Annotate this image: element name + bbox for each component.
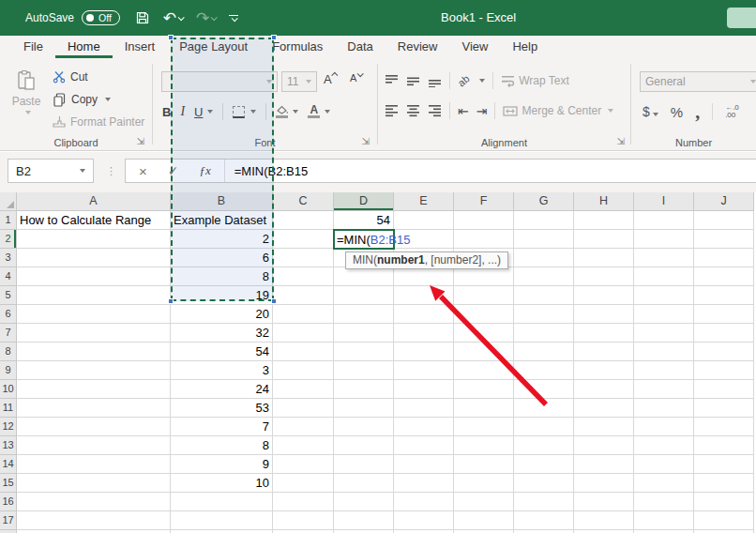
cell-B10[interactable]: 24 bbox=[171, 380, 273, 399]
selection-handle[interactable] bbox=[168, 35, 174, 40]
cell-B2[interactable]: 2 bbox=[171, 230, 273, 249]
cell-D7[interactable] bbox=[334, 324, 394, 343]
column-header-C[interactable]: C bbox=[273, 192, 334, 211]
row-header-14[interactable]: 14 bbox=[0, 455, 17, 474]
cell-H10[interactable] bbox=[574, 380, 634, 399]
cell-H6[interactable] bbox=[574, 305, 634, 324]
cell-C14[interactable] bbox=[273, 455, 334, 474]
cell-C1[interactable] bbox=[273, 211, 334, 230]
tab-page-layout[interactable]: Page Layout bbox=[167, 36, 260, 58]
cell-C7[interactable] bbox=[273, 324, 334, 343]
cell-A17[interactable] bbox=[17, 511, 171, 530]
cell-C13[interactable] bbox=[273, 436, 334, 455]
row-header-13[interactable]: 13 bbox=[0, 436, 17, 455]
chevron-down-icon[interactable] bbox=[293, 110, 298, 114]
cell-B5[interactable]: 19 bbox=[171, 286, 273, 305]
align-center-icon[interactable] bbox=[406, 104, 420, 117]
cell-I5[interactable] bbox=[634, 286, 694, 305]
cell-G3[interactable] bbox=[514, 249, 574, 267]
cell-C3[interactable] bbox=[273, 249, 334, 267]
column-header-D[interactable]: D bbox=[334, 192, 394, 211]
row-header-16[interactable]: 16 bbox=[0, 493, 17, 511]
cell-A16[interactable] bbox=[17, 493, 171, 511]
cell-D6[interactable] bbox=[334, 305, 394, 324]
decrease-font-size-button[interactable]: A bbox=[350, 72, 362, 84]
cell-H5[interactable] bbox=[574, 286, 634, 305]
cell-A6[interactable] bbox=[17, 305, 171, 324]
cell-I14[interactable] bbox=[634, 455, 694, 474]
cancel-entry-icon[interactable]: × bbox=[139, 163, 147, 179]
active-cell-editor-D2[interactable]: =MIN(B2:B15 bbox=[333, 229, 395, 250]
borders-button[interactable] bbox=[233, 106, 245, 118]
cell-J4[interactable] bbox=[694, 267, 754, 286]
row-header-11[interactable]: 11 bbox=[0, 399, 17, 418]
cell-D5[interactable] bbox=[334, 286, 394, 305]
cell-I6[interactable] bbox=[634, 305, 694, 324]
cell-J7[interactable] bbox=[694, 324, 754, 343]
cell-A11[interactable] bbox=[17, 399, 171, 418]
cell-B1[interactable]: Example Dataset bbox=[171, 211, 273, 230]
cell-I12[interactable] bbox=[634, 418, 694, 436]
cell-C10[interactable] bbox=[273, 380, 334, 399]
cell-E7[interactable] bbox=[394, 324, 454, 343]
cell-E10[interactable] bbox=[394, 380, 454, 399]
cell-D12[interactable] bbox=[334, 418, 394, 436]
cell-J2[interactable] bbox=[694, 230, 754, 249]
cell-E13[interactable] bbox=[394, 436, 454, 455]
cell-J16[interactable] bbox=[694, 493, 754, 511]
cell-I3[interactable] bbox=[634, 249, 694, 267]
cell-J11[interactable] bbox=[694, 399, 754, 418]
row-header-12[interactable]: 12 bbox=[0, 418, 17, 436]
cell-D16[interactable] bbox=[334, 493, 394, 511]
cell-E6[interactable] bbox=[394, 305, 454, 324]
row-header-6[interactable]: 6 bbox=[0, 305, 17, 324]
column-header-H[interactable]: H bbox=[574, 192, 634, 211]
confirm-entry-icon[interactable]: ✓ bbox=[168, 163, 179, 178]
cell-C16[interactable] bbox=[273, 493, 334, 511]
cell-E8[interactable] bbox=[394, 343, 454, 361]
row-header-15[interactable]: 15 bbox=[0, 474, 17, 493]
align-left-icon[interactable] bbox=[385, 104, 399, 117]
insert-function-icon[interactable]: ƒx bbox=[200, 163, 211, 178]
align-middle-icon[interactable] bbox=[406, 74, 420, 87]
cell-H15[interactable] bbox=[574, 474, 634, 493]
account-badge[interactable] bbox=[727, 8, 756, 28]
row-header-9[interactable]: 9 bbox=[0, 361, 17, 380]
cell-B16[interactable] bbox=[171, 493, 273, 511]
cell-I9[interactable] bbox=[634, 361, 694, 380]
copy-button[interactable]: Copy bbox=[53, 90, 111, 109]
cell-J12[interactable] bbox=[694, 418, 754, 436]
cell-E4[interactable] bbox=[394, 267, 454, 286]
cell-I15[interactable] bbox=[634, 474, 694, 493]
customize-quick-access-icon[interactable] bbox=[229, 15, 238, 22]
increase-font-size-button[interactable]: A bbox=[324, 72, 338, 86]
cell-C4[interactable] bbox=[273, 267, 334, 286]
cut-button[interactable]: Cut bbox=[53, 68, 88, 86]
decrease-indent-button[interactable]: ⇤ bbox=[458, 104, 469, 117]
cell-A5[interactable] bbox=[17, 286, 171, 305]
selection-handle[interactable] bbox=[168, 298, 174, 304]
cell-I17[interactable] bbox=[634, 511, 694, 530]
cell-F12[interactable] bbox=[454, 418, 514, 436]
cell-B6[interactable]: 20 bbox=[171, 305, 273, 324]
cell-A2[interactable] bbox=[17, 230, 171, 249]
cell-H11[interactable] bbox=[574, 399, 634, 418]
increase-indent-button[interactable]: ⇥ bbox=[476, 104, 488, 117]
cell-F11[interactable] bbox=[454, 399, 514, 418]
cell-J15[interactable] bbox=[694, 474, 754, 493]
cell-H16[interactable] bbox=[574, 493, 634, 511]
cell-A3[interactable] bbox=[17, 249, 171, 267]
cell-J14[interactable] bbox=[694, 455, 754, 474]
cell-D10[interactable] bbox=[334, 380, 394, 399]
cell-I4[interactable] bbox=[634, 267, 694, 286]
cell-I11[interactable] bbox=[634, 399, 694, 418]
cell-G13[interactable] bbox=[514, 436, 574, 455]
cell-G9[interactable] bbox=[514, 361, 574, 380]
cell-F2[interactable] bbox=[454, 230, 514, 249]
cell-G11[interactable] bbox=[514, 399, 574, 418]
cell-J9[interactable] bbox=[694, 361, 754, 380]
cell-J13[interactable] bbox=[694, 436, 754, 455]
chevron-down-icon[interactable] bbox=[250, 110, 256, 114]
cell-H9[interactable] bbox=[574, 361, 634, 380]
cell-E17[interactable] bbox=[394, 511, 454, 530]
